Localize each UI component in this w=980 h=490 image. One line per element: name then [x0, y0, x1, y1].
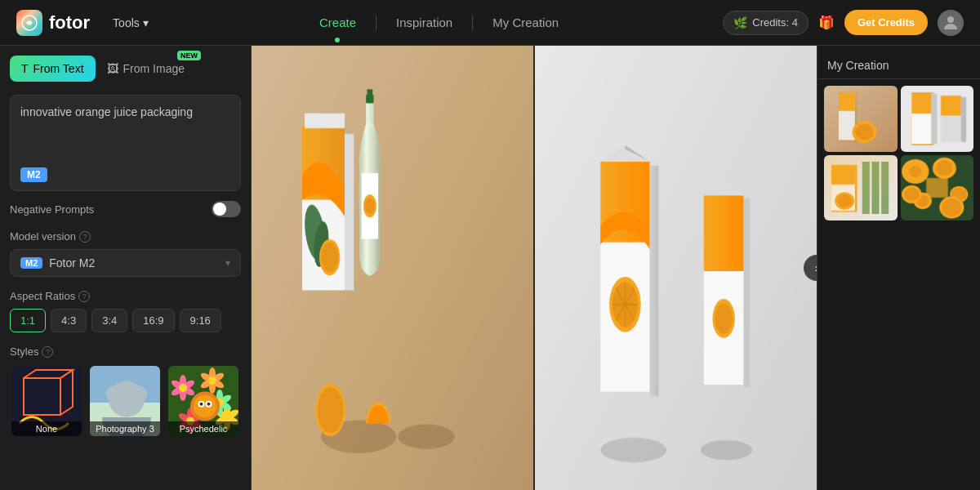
aspect-ratios-help-icon[interactable]: ? — [78, 291, 90, 302]
leaf-icon: 🌿 — [733, 16, 747, 29]
tab-row: T From Text 🖼 From Image NEW — [10, 56, 241, 82]
aspect-ratios-title: Aspect Ratios ? — [10, 290, 241, 302]
prompt-input[interactable]: innovative orange juice packaging — [20, 104, 230, 161]
model-select-left: M2 Fotor M2 — [20, 256, 95, 270]
thumb-1[interactable] — [824, 86, 898, 152]
svg-point-1 — [947, 16, 954, 23]
model-select-chevron-icon: ▾ — [225, 257, 230, 269]
thumb-2[interactable] — [901, 86, 974, 152]
main-content: › — [252, 46, 817, 490]
new-badge: NEW — [177, 51, 201, 60]
style-psychedelic[interactable]: Psychedelic — [167, 364, 240, 438]
model-version-select[interactable]: M2 Fotor M2 ▾ — [10, 249, 241, 277]
nav-inspiration[interactable]: Inspiration — [376, 9, 472, 36]
logo-icon — [16, 10, 42, 36]
model-select-name: Fotor M2 — [49, 256, 95, 270]
style-none[interactable]: None — [10, 364, 83, 438]
thumb-4[interactable] — [901, 155, 974, 221]
model-version-help-icon[interactable]: ? — [79, 231, 91, 243]
nav-my-creation[interactable]: My Creation — [473, 9, 578, 36]
credits-label: Credits: 4 — [752, 16, 798, 29]
styles-row: None Photography 3 Psychedelic — [10, 364, 241, 438]
logo: fotor — [16, 10, 90, 36]
logo-text: fotor — [49, 12, 90, 33]
aspect-9-16[interactable]: 9:16 — [180, 309, 221, 332]
aspect-4-3[interactable]: 4:3 — [51, 309, 87, 332]
aspect-3-4[interactable]: 3:4 — [91, 309, 127, 332]
tab-from-image-label: From Image — [123, 62, 185, 75]
negative-prompts-row: Negative Prompts — [10, 201, 241, 217]
styles-help-icon[interactable]: ? — [42, 346, 53, 358]
tab-from-text[interactable]: T From Text — [10, 56, 96, 82]
model-version-label: Model version — [10, 230, 76, 243]
thumbnails-grid — [817, 79, 980, 227]
tab-from-image[interactable]: 🖼 From Image NEW — [96, 56, 196, 82]
aspect-ratios-row: 1:1 4:3 3:4 16:9 9:16 — [10, 309, 241, 332]
tools-chevron-icon: ▾ — [143, 16, 149, 29]
nav-create[interactable]: Create — [300, 9, 376, 36]
negative-prompts-label: Negative Prompts — [10, 203, 94, 216]
tools-label: Tools — [113, 16, 140, 29]
aspect-16-9[interactable]: 16:9 — [132, 309, 174, 332]
model-version-title: Model version ? — [10, 230, 241, 243]
aspect-1-1[interactable]: 1:1 — [10, 309, 46, 332]
thumb-3[interactable] — [824, 155, 898, 221]
credits-button[interactable]: 🌿 Credits: 4 — [723, 11, 808, 35]
style-none-label: None — [11, 421, 82, 436]
tab-from-text-label: From Text — [33, 62, 84, 75]
user-avatar[interactable] — [938, 10, 964, 36]
image-icon: 🖼 — [107, 62, 118, 75]
main-nav: Create Inspiration My Creation — [300, 9, 578, 36]
model-select-badge: M2 — [20, 257, 42, 269]
model-badge-prompt: M2 — [20, 167, 47, 182]
image-left[interactable] — [252, 46, 533, 490]
style-psychedelic-label: Psychedelic — [168, 421, 238, 436]
sidebar: T From Text 🖼 From Image NEW innovative … — [0, 46, 252, 490]
gift-icon[interactable]: 🎁 — [818, 15, 835, 30]
toggle-knob — [213, 203, 226, 216]
style-photography[interactable]: Photography 3 — [88, 364, 162, 438]
style-photography-label: Photography 3 — [90, 421, 160, 436]
tools-button[interactable]: Tools ▾ — [106, 13, 155, 33]
prompt-area[interactable]: innovative orange juice packaging M2 — [10, 95, 241, 191]
aspect-ratios-label: Aspect Ratios — [10, 290, 75, 302]
right-panel: My Creation — [817, 46, 980, 490]
app-header: fotor Tools ▾ Create Inspiration My Crea… — [0, 0, 980, 46]
header-right: 🌿 Credits: 4 🎁 Get Credits — [723, 10, 964, 36]
app-body: T From Text 🖼 From Image NEW innovative … — [0, 46, 980, 490]
styles-title: Styles ? — [10, 345, 241, 358]
styles-label: Styles — [10, 345, 38, 358]
image-right[interactable]: › — [535, 46, 817, 490]
images-area: › — [252, 46, 817, 490]
text-icon: T — [21, 62, 29, 75]
negative-prompts-toggle[interactable] — [212, 201, 241, 217]
get-credits-button[interactable]: Get Credits — [844, 10, 928, 35]
right-panel-title: My Creation — [817, 46, 980, 79]
